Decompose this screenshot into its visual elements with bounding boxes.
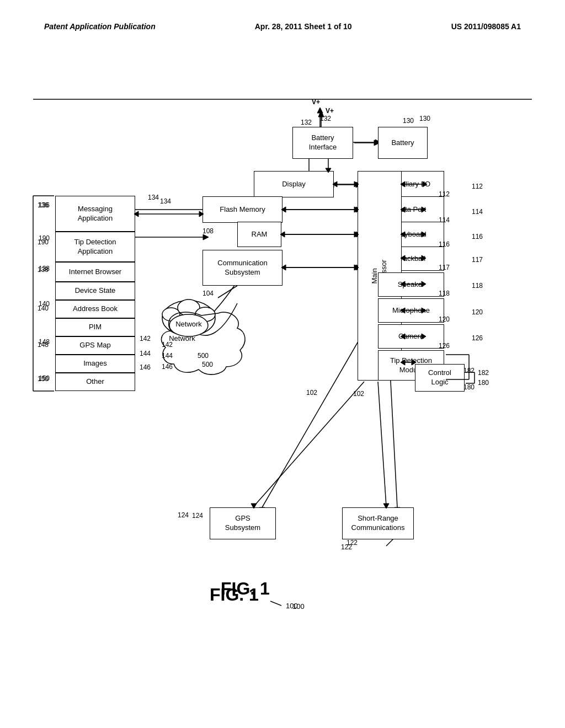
svg-text:142: 142 [140, 335, 151, 342]
address-book-box: Address Book [55, 300, 135, 318]
comm-subsystem-box: CommunicationSubsystem [202, 250, 282, 286]
battery-interface-box: BatteryInterface [292, 127, 353, 159]
svg-text:144: 144 [140, 350, 151, 357]
network-ref-500: 500 [198, 352, 209, 360]
flash-memory-box: Flash Memory [202, 196, 282, 223]
svg-text:180: 180 [478, 379, 489, 387]
address-book-ref: 140 [38, 304, 49, 312]
network-ref-142: 142 [162, 341, 173, 349]
gps-subsystem-box: GPSSubsystem [210, 507, 276, 539]
ram-box: RAM [237, 222, 281, 247]
page: Patent Application Publication Apr. 28, … [0, 0, 565, 728]
ref-102: 102 [306, 389, 317, 397]
microphone-box: Microphone [378, 298, 444, 323]
svg-text:182: 182 [478, 369, 489, 377]
vplus-label: V+ [312, 98, 320, 106]
control-logic-ref: 182 [463, 367, 475, 374]
pim-box: PIM [55, 318, 135, 336]
speaker-ref: 118 [439, 290, 450, 297]
trackball-ref: 117 [439, 264, 450, 271]
svg-text:Network: Network [175, 320, 202, 328]
short-range-comm-box: Short-RangeCommunications [342, 507, 414, 539]
tip-detection-app-box: Tip DetectionApplication [55, 232, 135, 262]
diagram-arrows [0, 55, 565, 728]
diagram-lines: V+ 132 130 112 [0, 55, 565, 728]
svg-line-121 [218, 286, 237, 298]
header-patent-number: US 2011/098085 A1 [451, 22, 521, 31]
figure-caption: FIG. 1 [210, 585, 259, 605]
svg-marker-3 [317, 108, 323, 113]
control-logic-box: ControlLogic [415, 364, 465, 392]
camera-box: Camera [378, 324, 444, 349]
images-box: Images [55, 355, 135, 373]
comm-subsystem-ref: 104 [202, 290, 214, 297]
svg-line-119 [378, 382, 386, 506]
display-box: Display [254, 171, 334, 197]
network-shape: Network [160, 298, 218, 339]
gps-map-ref: 148 [38, 341, 49, 349]
svg-text:134: 134 [148, 194, 159, 201]
gps-map-box: GPS Map [55, 336, 135, 355]
flash-memory-ref: 108 [202, 227, 214, 235]
internet-browser-box: Internet Browser [55, 262, 135, 282]
battery-box: Battery [378, 127, 428, 159]
microphone-ref: 120 [439, 315, 450, 323]
ref-100: 100 [292, 602, 305, 611]
svg-text:120: 120 [472, 308, 483, 316]
gps-subsystem-ref: 124 [192, 512, 203, 520]
page-header: Patent Application Publication Apr. 28, … [0, 22, 565, 31]
short-range-ref: 122 [341, 543, 352, 551]
tip-detection-app-ref: 190 [38, 238, 49, 246]
network-ref-144: 144 [162, 352, 173, 360]
svg-text:126: 126 [472, 334, 483, 342]
battery-interface-ref: 132 [320, 115, 331, 122]
svg-text:117: 117 [472, 256, 483, 264]
svg-text:118: 118 [472, 282, 483, 290]
svg-line-142 [270, 601, 281, 606]
svg-text:146: 146 [140, 363, 151, 371]
svg-line-117 [254, 382, 364, 506]
messaging-app-box: MessagingApplication [55, 196, 135, 232]
svg-text:124: 124 [178, 511, 189, 519]
network-ref-146: 146 [162, 363, 173, 371]
other-box: Other [55, 373, 135, 391]
camera-ref: 126 [439, 342, 450, 350]
svg-text:130: 130 [403, 117, 414, 125]
device-state-box: Device State [55, 282, 135, 300]
svg-text:102: 102 [353, 390, 364, 398]
tip-module-ref: 180 [463, 383, 475, 391]
svg-text:112: 112 [472, 183, 483, 190]
svg-text:500: 500 [202, 361, 213, 368]
svg-text:114: 114 [472, 208, 483, 216]
messaging-app-ref: 136 [38, 201, 49, 209]
internet-browser-ref: 138 [38, 266, 49, 274]
diagram: BatteryInterface 132 Battery 130 V+ Disp… [0, 55, 565, 728]
svg-text:V+: V+ [326, 107, 334, 115]
speaker-box: Speaker [378, 272, 444, 297]
svg-text:132: 132 [301, 119, 312, 126]
svg-text:116: 116 [472, 233, 483, 240]
svg-marker-51 [203, 234, 209, 240]
flash-memory-ref2: 134 [160, 197, 171, 205]
other-ref: 150 [38, 375, 49, 383]
header-publication-label: Patent Application Publication [44, 22, 156, 31]
header-date-sheet: Apr. 28, 2011 Sheet 1 of 10 [255, 22, 352, 31]
battery-ref: 130 [419, 115, 430, 122]
